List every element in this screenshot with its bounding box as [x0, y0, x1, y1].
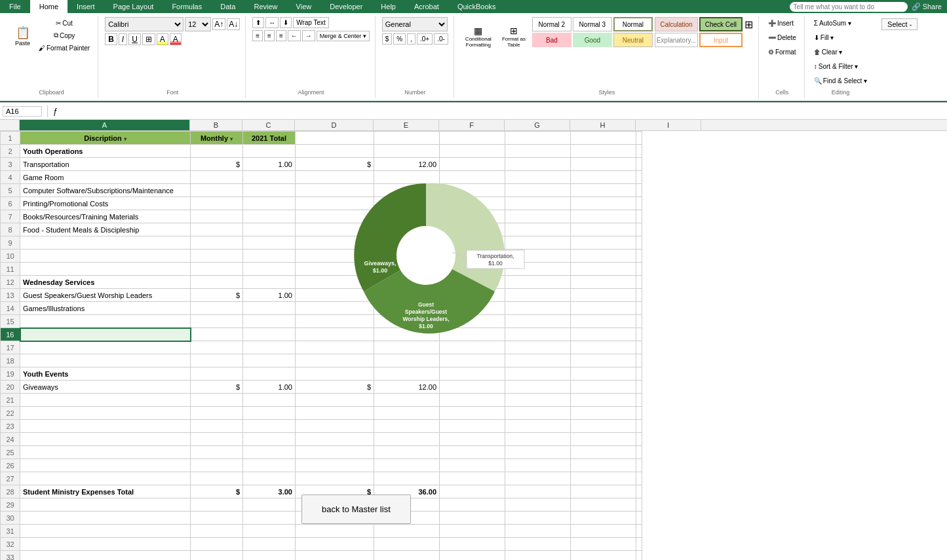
cell-15a[interactable] — [20, 315, 191, 328]
cell-14b[interactable] — [191, 302, 243, 315]
select-button[interactable]: Select - — [881, 18, 918, 30]
tab-acrobat[interactable]: Acrobat — [405, 0, 448, 13]
row-num-16[interactable]: 16 — [1, 328, 20, 341]
fill-color-button[interactable]: A — [157, 33, 168, 45]
cell-20e[interactable]: 12.00 — [374, 381, 440, 394]
cell-10c[interactable] — [243, 250, 296, 263]
row-num-12[interactable]: 12 — [1, 276, 20, 289]
dec-inc-button[interactable]: .0+ — [417, 33, 433, 45]
increase-font-button[interactable]: A↑ — [212, 18, 225, 30]
style-normal3[interactable]: Normal 3 — [573, 17, 612, 31]
row-num-27[interactable]: 27 — [1, 472, 20, 485]
row-num-6[interactable]: 6 — [1, 197, 20, 210]
delete-button[interactable]: ➖ Delete — [765, 31, 799, 43]
row-num-10[interactable]: 10 — [1, 250, 20, 263]
tab-file[interactable]: File — [0, 0, 30, 13]
insert-button[interactable]: ➕ Insert — [765, 17, 796, 29]
cell-4a[interactable]: Game Room — [20, 171, 191, 184]
cell-19a[interactable]: Youth Events — [20, 367, 191, 381]
merge-center-button[interactable]: Merge & Center ▾ — [317, 31, 370, 41]
col-header-h[interactable]: H — [570, 120, 636, 130]
cell-11b[interactable] — [191, 263, 243, 276]
cell-3b[interactable]: $ — [191, 158, 243, 171]
style-neutral[interactable]: Neutral — [613, 33, 653, 47]
cell-16a-selected[interactable] — [20, 328, 191, 341]
style-calculation[interactable]: Calculation — [655, 17, 698, 31]
cell-5b[interactable] — [191, 184, 243, 197]
col-header-f[interactable]: F — [439, 120, 505, 130]
cell-6b[interactable] — [191, 197, 243, 210]
tab-view[interactable]: View — [287, 0, 321, 13]
cell-14c[interactable] — [243, 302, 296, 315]
row-num-31[interactable]: 31 — [1, 525, 20, 538]
style-normal2[interactable]: Normal 2 — [532, 17, 571, 31]
italic-button[interactable]: I — [119, 33, 127, 45]
row-num-29[interactable]: 29 — [1, 498, 20, 512]
row-num-22[interactable]: 22 — [1, 407, 20, 420]
copy-button[interactable]: ⧉ Copy — [36, 29, 92, 41]
col-header-a[interactable]: A — [20, 120, 190, 130]
cell-13b[interactable]: $ — [191, 289, 243, 302]
row-num-18[interactable]: 18 — [1, 354, 20, 367]
row-num-13[interactable]: 13 — [1, 289, 20, 302]
tab-review[interactable]: Review — [244, 0, 286, 13]
header-cell-description[interactable]: Discription ▾ — [20, 132, 191, 145]
style-good[interactable]: Good — [573, 33, 612, 47]
filter-arrow-description[interactable]: ▾ — [124, 136, 126, 142]
function-wizard-button[interactable]: ƒ — [50, 106, 60, 116]
number-format-select[interactable]: General — [382, 17, 448, 31]
sort-filter-button[interactable]: ↕ Sort & Filter ▾ — [811, 60, 861, 72]
row-num-24[interactable]: 24 — [1, 433, 20, 446]
align-center-button[interactable]: ≡ — [264, 30, 275, 41]
find-select-button[interactable]: 🔍 Find & Select ▾ — [811, 75, 870, 86]
cell-2b[interactable] — [191, 145, 243, 158]
font-name-select[interactable]: Calibri — [105, 17, 184, 31]
fill-button[interactable]: ⬇ Fill ▾ — [811, 31, 837, 43]
cell-5c[interactable] — [243, 184, 296, 197]
indent-dec-button[interactable]: ← — [288, 30, 301, 41]
cell-7c[interactable] — [243, 210, 296, 223]
formula-input[interactable] — [60, 107, 944, 115]
cell-11a[interactable] — [20, 263, 191, 276]
tab-quickbooks[interactable]: QuickBooks — [448, 0, 505, 13]
cell-28c[interactable]: 3.00 — [243, 485, 296, 498]
cell-20c[interactable]: 1.00 — [243, 381, 296, 394]
cell-9b[interactable] — [191, 236, 243, 250]
row-num-17[interactable]: 17 — [1, 341, 20, 354]
cell-3a[interactable]: Transportation — [20, 158, 191, 171]
cell-12a[interactable]: Wednesday Services — [20, 276, 191, 289]
comma-button[interactable]: , — [407, 33, 416, 45]
row-num-23[interactable]: 23 — [1, 420, 20, 433]
cell-9c[interactable] — [243, 236, 296, 250]
col-header-c[interactable]: C — [242, 120, 295, 130]
tab-help[interactable]: Help — [372, 0, 405, 13]
align-right-button[interactable]: ≡ — [276, 30, 286, 41]
cell-3c[interactable]: 1.00 — [243, 158, 296, 171]
cell-8b[interactable] — [191, 223, 243, 236]
cell-7b[interactable] — [191, 210, 243, 223]
col-header-e[interactable]: E — [374, 120, 439, 130]
decrease-font-button[interactable]: A↓ — [227, 18, 240, 30]
cell-8c[interactable] — [243, 223, 296, 236]
filter-arrow-monthly[interactable]: ▾ — [230, 136, 233, 142]
tab-home[interactable]: Home — [30, 0, 68, 13]
cell-2c[interactable] — [243, 145, 296, 158]
search-input[interactable] — [790, 2, 908, 12]
autosum-button[interactable]: Σ AutoSum ▾ — [811, 17, 854, 29]
cell-4c[interactable] — [243, 171, 296, 184]
align-bottom-button[interactable]: ⬇ — [280, 17, 292, 28]
align-top-button[interactable]: ⬆ — [252, 17, 264, 28]
row-num-15[interactable]: 15 — [1, 315, 20, 328]
col-header-g[interactable]: G — [505, 120, 570, 130]
cell-20a[interactable]: Giveaways — [20, 381, 191, 394]
align-left-button[interactable]: ≡ — [252, 30, 263, 41]
cell-12c[interactable] — [243, 276, 296, 289]
share-button[interactable]: 🔗 Share — [912, 3, 942, 11]
style-normal[interactable]: Normal — [613, 17, 653, 31]
row-num-4[interactable]: 4 — [1, 171, 20, 184]
row-num-2[interactable]: 2 — [1, 145, 20, 158]
tab-page-layout[interactable]: Page Layout — [104, 0, 163, 13]
col-header-d[interactable]: D — [295, 120, 374, 130]
row-num-9[interactable]: 9 — [1, 236, 20, 250]
cell-reference-input[interactable]: A16 — [3, 106, 42, 117]
